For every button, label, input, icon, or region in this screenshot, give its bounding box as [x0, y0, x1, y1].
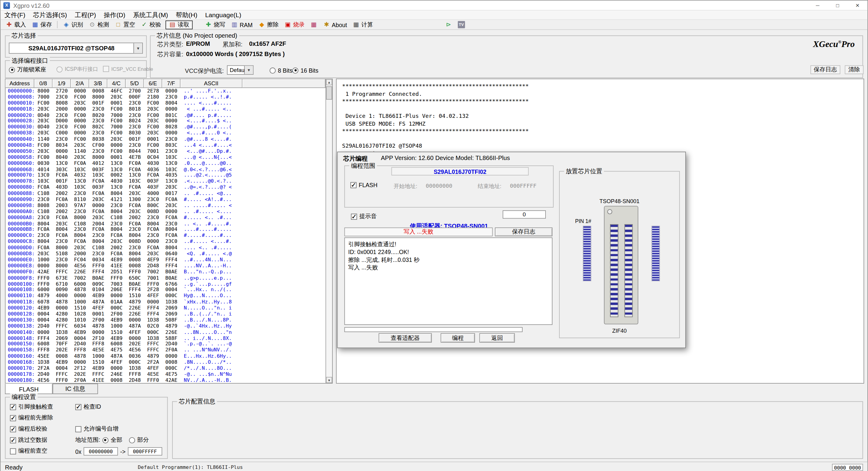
hex-word[interactable]: 008D — [144, 209, 162, 215]
burn-button[interactable]: ▣烧录 — [281, 20, 307, 29]
hex-word[interactable]: FFFC — [144, 341, 162, 347]
hex-word[interactable]: 203C — [144, 130, 162, 136]
hex-word[interactable]: 23C0 — [144, 196, 162, 202]
hex-word[interactable]: 4FEF — [144, 293, 162, 299]
hex-word[interactable]: FC0A — [144, 245, 162, 251]
hex-word[interactable]: 2F12 — [71, 365, 89, 371]
hex-word[interactable]: 203C — [144, 251, 162, 257]
hex-word[interactable]: 0000 — [107, 293, 126, 299]
hex-word[interactable]: 203C — [107, 239, 126, 245]
hex-word[interactable]: 0000 — [162, 88, 181, 94]
hex-row[interactable]: 000000F8:FFF0673E7002B0AEFFF0650C7001B0A… — [5, 275, 326, 281]
hex-row[interactable]: 00000118:607848781000487A01AA487900001D3… — [5, 299, 326, 305]
hex-word[interactable]: FC0A — [162, 233, 181, 239]
hex-word[interactable]: FFFC — [144, 347, 162, 353]
hex-word[interactable]: 23C0 — [89, 148, 107, 154]
hex-row[interactable]: 00000168:1D384EB9000015104FEF000C2F2A000… — [5, 359, 326, 365]
hex-row[interactable]: 00000078:103C001F13C0FC0A4030103C003F13C… — [5, 179, 326, 184]
hex-word[interactable]: FC0A — [126, 166, 144, 172]
hex-word[interactable]: 103C — [34, 179, 53, 184]
hex-word[interactable]: 8000 — [89, 154, 107, 160]
hex-word[interactable]: 2069 — [162, 305, 181, 311]
hex-word[interactable]: FC00 — [107, 130, 126, 136]
hex-word[interactable]: FC00 — [107, 148, 126, 154]
hex-word[interactable]: 0000 — [126, 335, 144, 341]
hex-word[interactable]: 4EB9 — [89, 365, 107, 371]
hex-row[interactable]: 00000158:FFF8202EFFF84E5E4E754E56FFFC2F0… — [5, 347, 326, 353]
hex-word[interactable]: 2180 — [144, 94, 162, 100]
hex-word[interactable]: FFF0 — [126, 269, 144, 275]
hex-word[interactable]: 0008 — [126, 263, 144, 269]
hex-word[interactable]: 8018 — [126, 106, 144, 112]
hex-word[interactable]: FC00 — [71, 136, 89, 142]
hex-word[interactable]: 0004 — [71, 335, 89, 341]
hex-word[interactable]: 508F — [162, 317, 181, 323]
hex-word[interactable]: 0D40 — [34, 112, 53, 118]
hex-word[interactable]: FFF4 — [162, 257, 181, 263]
hex-word[interactable]: 000C — [144, 329, 162, 335]
hex-word[interactable]: 23C0 — [34, 233, 53, 239]
hex-row[interactable]: 00000150:600870FF2D40FFF86008202EFFFC2D4… — [5, 341, 326, 347]
radio-universal-socket[interactable]: 万能锁紧座 — [9, 66, 46, 74]
radio-icsp-serial[interactable]: ICSP串行接口 — [56, 66, 98, 73]
hex-word[interactable]: 13C0 — [126, 172, 144, 179]
hex-word[interactable]: 001F — [89, 100, 107, 106]
hex-word[interactable]: FC00 — [71, 94, 89, 100]
hex-word[interactable]: 97A7 — [71, 202, 89, 209]
hex-row[interactable]: 00000160:45EE000848781000487A00364879000… — [5, 353, 326, 359]
hex-word[interactable]: 2700 — [126, 88, 144, 94]
hex-word[interactable]: 2F00 — [107, 311, 126, 317]
hex-row[interactable]: 00000088:C108200223C0FC0A8004203C4000001… — [5, 190, 326, 196]
hex-word[interactable]: 4EB9 — [89, 293, 107, 299]
minimize-button[interactable]: ─ — [808, 1, 828, 10]
hex-col-header[interactable]: 0/8 — [34, 79, 53, 88]
dialog-save-log-button[interactable]: 保存日志 — [495, 227, 553, 236]
save-button[interactable]: ▦保存 — [29, 20, 55, 29]
menu-item[interactable]: 文件(F) — [1, 11, 29, 19]
hex-word[interactable]: FFF0 — [107, 275, 126, 281]
hex-word[interactable]: 01AA — [107, 299, 126, 305]
hex-row[interactable]: 00000138:2D40FFFC603448781000487A02C0487… — [5, 323, 326, 329]
hex-word[interactable]: 8008 — [34, 202, 53, 209]
hex-row[interactable]: 00000068:4014303C103C003F13C0FC0A4036103… — [5, 166, 326, 172]
hex-word[interactable]: 4879 — [34, 293, 53, 299]
hex-word[interactable]: 70FF — [53, 341, 71, 347]
hex-word[interactable]: FC00 — [107, 106, 126, 112]
hex-word[interactable]: FFF4 — [144, 311, 162, 317]
hex-col-header[interactable]: ASCII — [181, 79, 243, 88]
hex-word[interactable]: 7000 — [107, 112, 126, 118]
hex-word[interactable]: 23C0 — [53, 136, 71, 142]
hex-word[interactable]: 4014 — [34, 166, 53, 172]
hex-word[interactable]: 2004 — [89, 221, 107, 227]
hex-word[interactable]: 2002 — [53, 209, 71, 215]
hex-word[interactable]: 02C0 — [144, 323, 162, 329]
radio-8bits[interactable]: 8 Bits — [270, 67, 292, 73]
hex-word[interactable]: 8020 — [89, 112, 107, 118]
hex-row[interactable]: 00000058:FC008040203C800000014E7B0C04103… — [5, 154, 326, 160]
hex-word[interactable]: 8000 — [53, 245, 71, 251]
hex-word[interactable]: FFF0 — [34, 281, 53, 287]
hex-word[interactable]: 23C0 — [107, 221, 126, 227]
hex-word[interactable]: 0090 — [53, 287, 71, 293]
hex-word[interactable]: 001F — [126, 136, 144, 142]
hex-word[interactable]: 2F10 — [89, 335, 107, 341]
hex-row[interactable]: 00000010:FC008008203C001F000123C0FC00800… — [5, 100, 326, 106]
hex-word[interactable]: 0008 — [107, 377, 126, 383]
hex-word[interactable]: 203C — [34, 130, 53, 136]
identify-button[interactable]: ◈识别 — [60, 20, 86, 29]
scroll-down-icon[interactable]: ▼ — [326, 377, 332, 383]
hex-word[interactable]: 2D51 — [107, 269, 126, 275]
hex-word[interactable]: 1D38 — [34, 359, 53, 365]
hex-word[interactable]: C108 — [34, 190, 53, 196]
hex-word[interactable]: 0640 — [162, 251, 181, 257]
hex-word[interactable]: 1510 — [126, 293, 144, 299]
maximize-button[interactable]: □ — [828, 1, 847, 10]
chevron-down-icon[interactable]: ▼ — [244, 66, 253, 74]
hex-word[interactable]: 6008 — [34, 341, 53, 347]
hex-word[interactable]: 0001 — [107, 154, 126, 160]
hex-word[interactable]: 1000 — [34, 257, 53, 263]
hex-word[interactable]: 2000 — [71, 251, 89, 257]
hex-word[interactable]: 0000 — [71, 88, 89, 94]
hex-word[interactable]: 802C — [89, 124, 107, 130]
hex-word[interactable]: 0000 — [89, 202, 107, 209]
